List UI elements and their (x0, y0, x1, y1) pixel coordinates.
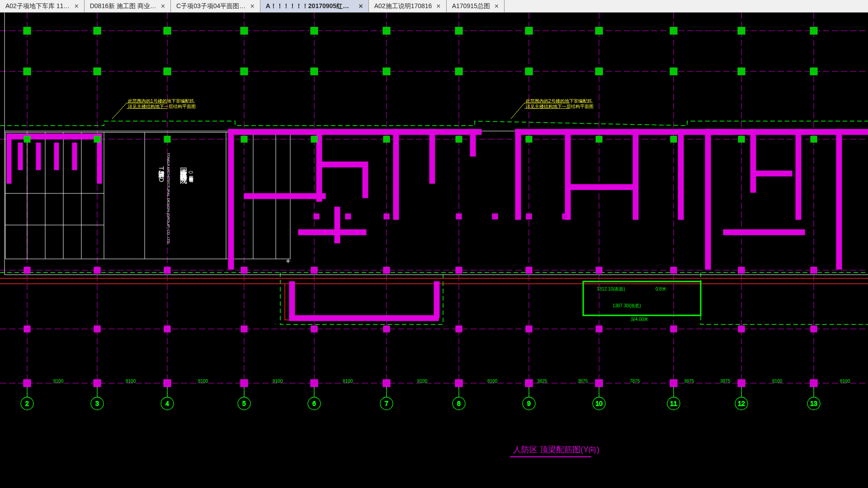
svg-rect-130 (526, 326, 532, 332)
svg-rect-110 (811, 136, 817, 142)
svg-rect-93 (455, 68, 462, 75)
svg-rect-116 (383, 267, 390, 273)
tab-a170915[interactable]: A170915总图 × (447, 0, 505, 12)
svg-rect-142 (525, 380, 533, 387)
svg-rect-125 (164, 326, 170, 332)
dimension-value: 3875 (720, 379, 730, 384)
svg-rect-78 (241, 27, 248, 34)
svg-rect-54 (244, 193, 326, 199)
svg-rect-149 (384, 214, 389, 219)
svg-rect-67 (750, 129, 756, 192)
svg-rect-61 (565, 129, 571, 220)
svg-rect-44 (18, 143, 23, 170)
svg-rect-62 (571, 184, 634, 190)
grid-bubble-label: 5 (242, 400, 246, 407)
dimension-value: 7875 (630, 379, 640, 384)
tab-label: C子项03子项04平面图… (176, 2, 245, 10)
svg-rect-57 (470, 129, 476, 156)
svg-rect-60 (515, 129, 521, 220)
svg-rect-151 (492, 214, 498, 219)
crosshair-cursor: + (286, 257, 291, 266)
svg-rect-94 (525, 68, 533, 75)
tab-label: A02子项地下车库 11… (5, 2, 70, 10)
tab-a02-garage[interactable]: A02子项地下车库 11… × (0, 0, 85, 12)
note-line: 此范围内的2号楼的地下室编配筋, (526, 99, 594, 104)
tab-label: A02施工说明170816 (374, 2, 432, 10)
pit-side: 0.8米 (656, 286, 666, 292)
svg-rect-105 (456, 136, 462, 142)
firm-name-1: 同济大学建筑设计研究院 (179, 162, 188, 172)
svg-rect-122 (811, 267, 817, 273)
tab-honghe[interactable]: A！！！！！！20170905红河… × (260, 0, 369, 12)
firm-brand: 同济设计TJAD (157, 166, 165, 182)
grid-bubble-label: 12 (738, 400, 745, 407)
close-icon[interactable]: × (161, 2, 165, 10)
svg-rect-72 (289, 282, 295, 318)
svg-rect-141 (455, 380, 462, 387)
dimension-value: 8100 (417, 379, 427, 384)
grid-bubble-label: 3 (95, 400, 99, 407)
svg-rect-68 (756, 171, 792, 176)
svg-rect-132 (670, 326, 677, 332)
svg-rect-112 (94, 267, 100, 273)
svg-rect-82 (525, 27, 533, 34)
svg-rect-153 (562, 214, 568, 219)
close-icon[interactable]: × (74, 2, 78, 10)
tab-a02-note[interactable]: A02施工说明170816 × (369, 0, 447, 12)
svg-rect-139 (311, 380, 318, 387)
dimension-value: 8100 (343, 379, 353, 384)
grid-bubble-label: 2 (25, 400, 29, 407)
svg-rect-66 (705, 129, 711, 269)
pit-bottom-elevation: 1307.30(池底) (613, 303, 641, 309)
svg-rect-118 (526, 267, 532, 273)
svg-rect-131 (596, 326, 602, 332)
note-line: 详见主楼结构地下一层结构平面图 (526, 104, 594, 109)
svg-rect-134 (811, 326, 817, 332)
svg-rect-45 (36, 143, 41, 170)
dimension-value: 8100 (273, 379, 283, 384)
drawing-canvas[interactable]: 2345678910111213 + 此范围内的1号楼的地下室编配筋, 详见主楼… (0, 13, 868, 488)
tab-c-sub[interactable]: C子项03子项04平面图… × (171, 0, 260, 12)
svg-rect-48 (228, 129, 481, 135)
close-icon[interactable]: × (359, 2, 363, 10)
tab-label: A170915总图 (452, 2, 490, 10)
svg-rect-147 (314, 214, 319, 219)
svg-rect-59 (515, 129, 732, 135)
svg-rect-102 (241, 136, 247, 142)
svg-rect-114 (241, 267, 247, 273)
svg-rect-51 (322, 162, 363, 167)
svg-rect-127 (311, 326, 317, 332)
svg-rect-140 (383, 380, 390, 387)
svg-rect-115 (311, 267, 317, 273)
close-icon[interactable]: × (495, 2, 499, 10)
close-icon[interactable]: × (436, 2, 440, 10)
svg-rect-52 (363, 162, 368, 198)
grid-bubble-label: 8 (457, 400, 461, 407)
svg-rect-85 (738, 27, 745, 34)
dimension-value: 8100 (198, 379, 208, 384)
svg-line-38 (511, 103, 524, 119)
svg-rect-97 (738, 68, 745, 75)
svg-rect-84 (670, 27, 677, 34)
svg-rect-136 (94, 380, 101, 387)
svg-rect-106 (526, 136, 532, 142)
svg-rect-129 (456, 326, 462, 332)
svg-rect-76 (94, 27, 101, 34)
svg-rect-69 (796, 129, 801, 220)
svg-rect-88 (94, 68, 101, 75)
svg-rect-89 (164, 68, 171, 75)
svg-rect-86 (810, 27, 817, 34)
title-underline (510, 456, 591, 457)
svg-rect-64 (678, 129, 684, 220)
svg-rect-148 (345, 214, 351, 219)
svg-rect-137 (164, 380, 171, 387)
note-left: 此范围内的1号楼的地下室编配筋, 详见主楼结构地下一层结构平面图 (128, 99, 196, 109)
tab-d0816[interactable]: D0816新 施工图 商业… × (85, 0, 171, 12)
svg-rect-109 (738, 136, 745, 142)
svg-rect-74 (289, 315, 439, 321)
svg-rect-79 (311, 27, 318, 34)
grid-bubble-label: 10 (595, 400, 603, 407)
svg-rect-47 (72, 143, 77, 170)
close-icon[interactable]: × (250, 2, 254, 10)
svg-rect-144 (670, 380, 677, 387)
